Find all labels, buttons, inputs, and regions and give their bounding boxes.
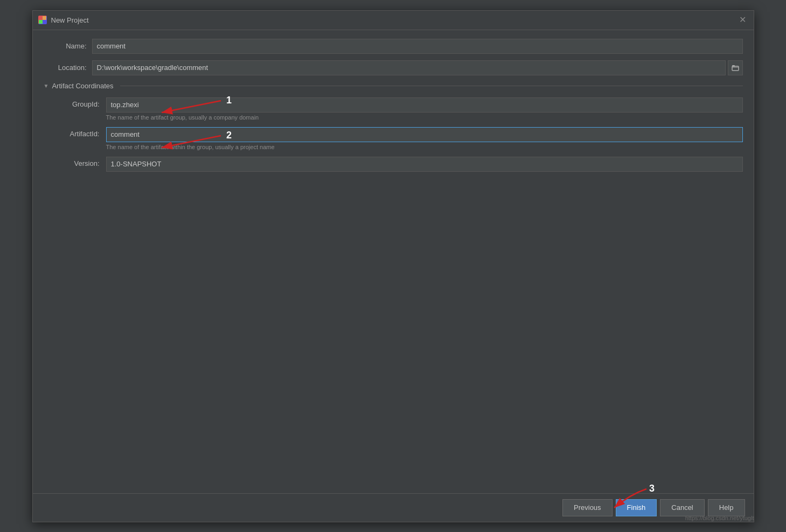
- title-bar: New Project ✕: [33, 11, 754, 30]
- groupid-field-wrap: The name of the artifact group, usually …: [106, 97, 743, 125]
- version-label: Version:: [52, 157, 106, 167]
- dialog-footer: Previous Finish Cancel Help: [33, 493, 754, 522]
- location-label: Location:: [44, 64, 92, 72]
- name-label: Name:: [44, 42, 92, 50]
- name-row: Name:: [44, 39, 743, 54]
- browse-button[interactable]: [728, 60, 743, 75]
- svg-rect-1: [43, 20, 46, 24]
- svg-rect-4: [732, 66, 739, 71]
- groupid-label: GroupId:: [52, 97, 106, 108]
- artifactid-input[interactable]: [106, 127, 743, 142]
- artifactid-label: ArtifactId:: [52, 127, 106, 138]
- title-bar-left: New Project: [38, 16, 89, 24]
- watermark: https://blog.csdn.net/ytuglt: [685, 515, 754, 521]
- artifact-section-header[interactable]: ▼ Artifact Coordinates: [44, 82, 743, 90]
- artifact-section-title: Artifact Coordinates: [52, 82, 113, 90]
- name-input[interactable]: [92, 39, 743, 54]
- dialog-title: New Project: [51, 16, 89, 24]
- groupid-row: GroupId: The name of the artifact group,…: [52, 97, 743, 125]
- collapse-icon: ▼: [44, 83, 49, 89]
- new-project-dialog: New Project ✕ Name: Location:: [32, 10, 754, 522]
- version-input[interactable]: [106, 157, 743, 172]
- location-input-wrap: [92, 60, 743, 75]
- svg-rect-2: [43, 16, 46, 20]
- artifactid-field-wrap: The name of the artifact within the grou…: [106, 127, 743, 155]
- location-input[interactable]: [92, 60, 726, 75]
- groupid-hint: The name of the artifact group, usually …: [106, 114, 743, 121]
- version-field-wrap: [106, 157, 743, 172]
- location-row: Location:: [44, 60, 743, 75]
- help-button[interactable]: Help: [708, 499, 745, 516]
- artifactid-hint: The name of the artifact within the grou…: [106, 144, 743, 150]
- previous-button[interactable]: Previous: [562, 499, 613, 516]
- svg-rect-0: [39, 16, 43, 20]
- app-icon: [38, 16, 47, 24]
- artifactid-row: ArtifactId: The name of the artifact wit…: [52, 127, 743, 155]
- finish-button[interactable]: Finish: [616, 499, 657, 516]
- version-row: Version:: [52, 157, 743, 172]
- svg-rect-3: [39, 20, 43, 24]
- dialog-body: Name: Location:: [33, 30, 754, 493]
- close-button[interactable]: ✕: [737, 15, 748, 25]
- section-divider: [120, 86, 743, 86]
- groupid-input[interactable]: [106, 97, 743, 113]
- artifact-section: GroupId: The name of the artifact group,…: [44, 97, 743, 172]
- cancel-button[interactable]: Cancel: [660, 499, 704, 516]
- svg-rect-5: [732, 65, 735, 67]
